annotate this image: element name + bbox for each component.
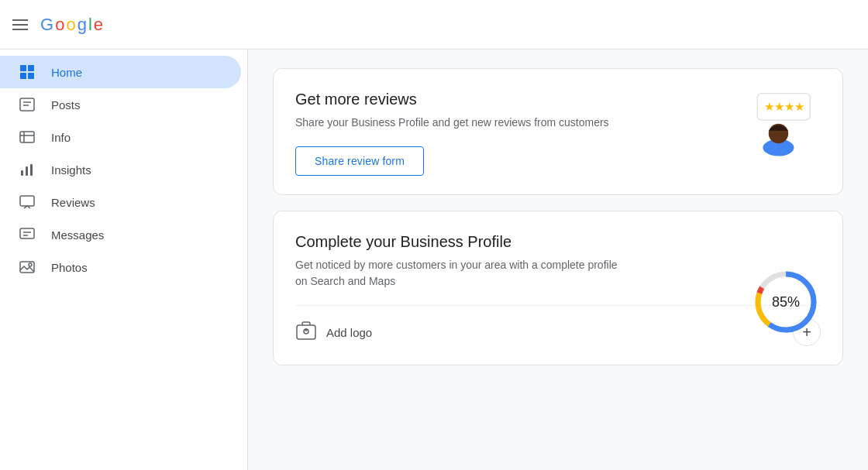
header: Google bbox=[0, 0, 868, 50]
add-logo-label: Add logo bbox=[326, 326, 372, 339]
svg-point-18 bbox=[29, 263, 32, 266]
add-logo-left: Add logo bbox=[295, 321, 372, 345]
sidebar-item-photos[interactable]: Photos bbox=[0, 251, 241, 283]
svg-rect-3 bbox=[28, 73, 34, 79]
svg-rect-11 bbox=[26, 166, 28, 176]
insights-icon bbox=[19, 161, 36, 178]
sidebar-item-photos-label: Photos bbox=[51, 261, 88, 274]
logo-g-blue2: g bbox=[78, 15, 87, 35]
sidebar: Home Posts Info bbox=[0, 50, 248, 470]
svg-rect-27 bbox=[297, 325, 315, 339]
sidebar-item-insights[interactable]: Insights bbox=[0, 153, 241, 186]
sidebar-item-home[interactable]: Home bbox=[0, 56, 241, 88]
logo-g-blue: G bbox=[40, 15, 53, 35]
get-more-reviews-card: ★★★★ Get more reviews Share your Busines… bbox=[273, 68, 843, 195]
reviews-icon bbox=[19, 194, 36, 211]
svg-text:★★★★: ★★★★ bbox=[764, 101, 804, 113]
sidebar-item-reviews[interactable]: Reviews bbox=[0, 186, 241, 218]
sidebar-item-info-label: Info bbox=[51, 131, 71, 144]
logo-o-yellow: o bbox=[66, 15, 75, 35]
sidebar-item-messages-label: Messages bbox=[51, 228, 104, 242]
svg-rect-17 bbox=[20, 262, 34, 273]
svg-rect-4 bbox=[20, 98, 34, 111]
sidebar-item-posts[interactable]: Posts bbox=[0, 88, 241, 121]
page-layout: Home Posts Info bbox=[0, 50, 868, 470]
svg-rect-14 bbox=[20, 228, 34, 238]
svg-rect-7 bbox=[20, 132, 34, 142]
posts-icon bbox=[19, 96, 36, 113]
progress-percent: 85% bbox=[772, 294, 800, 310]
svg-rect-2 bbox=[20, 73, 26, 79]
home-icon bbox=[19, 63, 36, 81]
sidebar-item-messages[interactable]: Messages bbox=[0, 218, 241, 251]
logo-l-green: l bbox=[88, 15, 92, 35]
logo-o-red: o bbox=[55, 15, 64, 35]
svg-rect-13 bbox=[20, 196, 34, 206]
main-content: ★★★★ Get more reviews Share your Busines… bbox=[248, 50, 868, 470]
svg-rect-1 bbox=[28, 65, 34, 71]
sidebar-item-posts-label: Posts bbox=[51, 98, 81, 111]
svg-rect-10 bbox=[21, 170, 23, 176]
svg-rect-12 bbox=[30, 164, 33, 176]
sidebar-item-insights-label: Insights bbox=[51, 163, 91, 177]
logo-e-red: e bbox=[94, 15, 103, 35]
reviews-card-title: Get more reviews bbox=[295, 91, 821, 108]
sidebar-item-reviews-label: Reviews bbox=[51, 196, 95, 209]
sidebar-item-home-label: Home bbox=[51, 66, 82, 79]
messages-icon bbox=[19, 226, 36, 243]
photos-icon bbox=[19, 259, 36, 276]
add-logo-row: Add logo + bbox=[295, 305, 821, 346]
app-logo: Google bbox=[40, 15, 105, 35]
share-review-form-button[interactable]: Share review form bbox=[295, 146, 424, 176]
add-logo-icon bbox=[295, 321, 317, 345]
review-illustration: ★★★★ bbox=[743, 91, 821, 153]
progress-ring-container: 85% bbox=[751, 267, 821, 337]
reviews-card-subtitle: Share your Business Profile and get new … bbox=[295, 115, 621, 131]
complete-profile-card: 85% Complete your Business Profile Get n… bbox=[273, 211, 843, 365]
svg-rect-0 bbox=[20, 65, 26, 71]
complete-profile-title: Complete your Business Profile bbox=[295, 233, 821, 251]
menu-button[interactable] bbox=[12, 19, 28, 30]
info-icon bbox=[19, 129, 36, 146]
sidebar-item-info[interactable]: Info bbox=[0, 121, 241, 153]
complete-profile-subtitle: Get noticed by more customers in your ar… bbox=[295, 257, 621, 290]
